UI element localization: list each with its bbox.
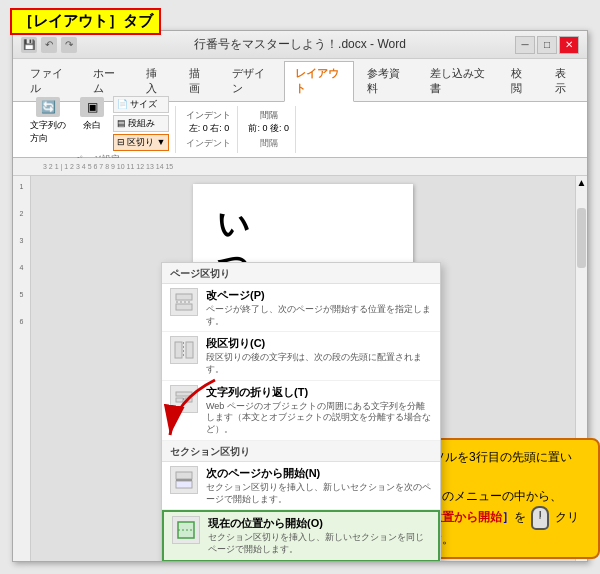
breaks-icon: ⊟ [117,137,125,147]
menu-item-continuous[interactable]: 現在の位置から開始(O) セクション区切りを挿入し、新しいセクションを同じページ… [162,510,440,561]
ruler-num: 3 [20,237,24,244]
menu-item-page-break[interactable]: 改ページ(P) ページが終了し、次のページが開始する位置を指定します。 [162,284,440,332]
doc-line-1: い [217,204,389,246]
next-page-text: 次のページから開始(N) セクション区切りを挿入し、新しいセクションを次のページ… [206,466,432,505]
columns-icon: ▤ [117,118,126,128]
menu-item-next-page[interactable]: 次のページから開始(N) セクション区切りを挿入し、新しいセクションを次のページ… [162,462,440,510]
page-break-section-label: ページ区切り [162,263,440,284]
next-page-desc: セクション区切りを挿入し、新しいセクションを次のページで開始します。 [206,482,432,505]
orientation-label: 文字列の方向 [30,119,66,145]
indent-group-title: インデント [186,109,231,122]
title-bar-controls: ─ □ ✕ [515,36,579,54]
breaks-button[interactable]: ⊟ 区切り ▼ [113,134,169,151]
scrollbar-thumb[interactable] [577,208,586,268]
minimize-button[interactable]: ─ [515,36,535,54]
continuous-title: 現在の位置から開始(O) [208,516,430,531]
title-bar: 💾 ↶ ↷ 行番号をマスターしよう！.docx - Word ─ □ ✕ [13,31,587,59]
save-icon[interactable]: 💾 [21,37,37,53]
tab-draw[interactable]: 描画 [178,61,219,101]
ribbon-content: 🔄 文字列の方向 ▣ 余白 📄 サイズ ▤ 段 [13,102,587,158]
top-label: ［レイアウト］タブ [10,8,161,35]
maximize-button[interactable]: □ [537,36,557,54]
spacing-label: 間隔 [260,137,278,150]
margins-icon: ▣ [80,97,104,117]
svg-rect-1 [176,304,192,310]
top-label-text: ［レイアウト］タブ [18,12,153,29]
redo-icon[interactable]: ↷ [61,37,77,53]
page-break-title: 改ページ(P) [206,288,432,303]
continuous-text: 現在の位置から開始(O) セクション区切りを挿入し、新しいセクションを同じページ… [208,516,430,555]
svg-rect-4 [186,342,193,358]
red-arrow-annotation [155,370,235,454]
text-wrap-title: 文字列の折り返し(T) [206,385,432,400]
title-bar-icons: 💾 ↶ ↷ [21,37,77,53]
text-wrap-text: 文字列の折り返し(T) Web ページのオブジェクトの周囲にある文字列を分離しま… [206,385,432,436]
tab-design[interactable]: デザイン [221,61,282,101]
side-ruler: 1 2 3 4 5 6 [13,176,31,561]
tab-review[interactable]: 校閲 [500,61,541,101]
columns-label: 段組み [128,117,155,130]
outer-wrapper: ［レイアウト］タブ 💾 ↶ ↷ 行番号をマスターしよう！.docx - Word… [0,0,600,574]
column-break-icon [170,336,198,364]
ruler-num: 4 [20,264,24,271]
page-break-icon [170,288,198,316]
next-page-title: 次のページから開始(N) [206,466,432,481]
ribbon-group-indent: インデント 左: 0 右: 0 インデント [180,106,238,153]
page-break-text: 改ページ(P) ページが終了し、次のページが開始する位置を指定します。 [206,288,432,327]
column-break-desc: 段区切りの後の文字列は、次の段の先頭に配置されます。 [206,352,432,375]
svg-rect-0 [176,294,192,300]
spacing-content: 前: 0 後: 0 [248,122,289,135]
orientation-button[interactable]: 🔄 文字列の方向 [25,94,71,148]
ruler-num: 2 [20,210,24,217]
undo-icon[interactable]: ↶ [41,37,57,53]
spacing-group-title: 間隔 [260,109,278,122]
title-bar-text: 行番号をマスターしよう！.docx - Word [85,36,515,53]
size-button[interactable]: 📄 サイズ [113,96,169,113]
indent-label: インデント [186,137,231,150]
tab-references[interactable]: 参考資料 [356,61,417,101]
scroll-up-button[interactable]: ▲ [576,176,587,188]
close-button[interactable]: ✕ [559,36,579,54]
ruler-num: 6 [20,318,24,325]
ruler-num: 5 [20,291,24,298]
ruler-num: 1 [20,183,24,190]
orientation-icon: 🔄 [36,97,60,117]
breaks-label: 区切り ▼ [127,136,165,149]
margins-label: 余白 [83,119,101,132]
ribbon-group-page-setup: 🔄 文字列の方向 ▣ 余白 📄 サイズ ▤ 段 [19,106,176,153]
column-break-title: 段区切り(C) [206,336,432,351]
page-break-desc: ページが終了し、次のページが開始する位置を指定します。 [206,304,432,327]
column-break-text: 段区切り(C) 段区切りの後の文字列は、次の段の先頭に配置されます。 [206,336,432,375]
tab-mailings[interactable]: 差し込み文書 [419,61,499,101]
next-page-icon [170,466,198,494]
tooltip-bracket-4: ］ [502,510,514,524]
ribbon-group-spacing: 間隔 前: 0 後: 0 間隔 [242,106,296,153]
continuous-icon [172,516,200,544]
svg-rect-3 [175,342,182,358]
indent-content: 左: 0 右: 0 [189,122,230,135]
tab-view[interactable]: 表示 [544,61,585,101]
ruler-top: 3 2 1 | 1 2 3 4 5 6 7 8 9 10 11 12 13 14… [13,158,587,176]
margins-button[interactable]: ▣ 余白 [75,94,109,135]
continuous-desc: セクション区切りを挿入し、新しいセクションを同じページで開始します。 [208,532,430,555]
tab-layout[interactable]: レイアウト [284,61,354,102]
size-label: サイズ [130,98,157,111]
svg-rect-11 [176,481,192,488]
size-icon: 📄 [117,99,128,109]
columns-button[interactable]: ▤ 段組み [113,115,169,132]
svg-rect-10 [176,472,192,479]
text-wrap-desc: Web ページのオブジェクトの周囲にある文字列を分離します（本文とオブジェクトの… [206,401,432,436]
